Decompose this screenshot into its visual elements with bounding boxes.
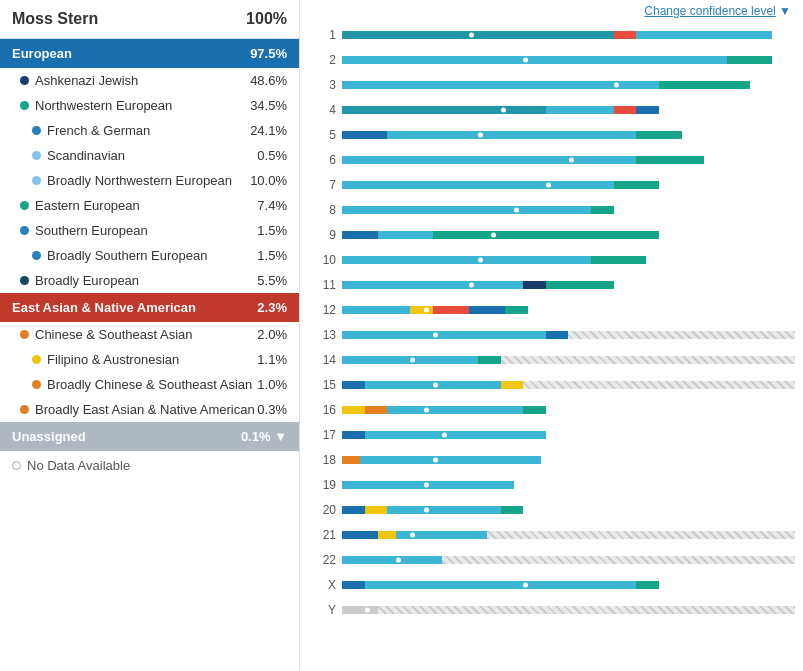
row-number: 4 (312, 103, 336, 117)
scandinavian-dot (32, 151, 41, 160)
bar-segment (636, 581, 659, 589)
bar-segment (342, 181, 614, 189)
french-german-pct: 24.1% (250, 123, 287, 138)
bar-segment (342, 231, 378, 239)
chart-row-12: 12 (312, 299, 795, 321)
bar-track (342, 481, 795, 489)
chinese-southeast-dot (20, 330, 29, 339)
bar-segment (636, 156, 704, 164)
european-pct: 97.5% (250, 46, 287, 61)
european-label: European (12, 46, 72, 61)
bar-segment (342, 131, 387, 139)
row-number: 12 (312, 303, 336, 317)
broadly-chinese-pct: 1.0% (257, 377, 287, 392)
no-data-dot (12, 461, 21, 470)
bar-segment (342, 31, 614, 39)
center-dot (424, 508, 429, 513)
unassigned-row[interactable]: Unassigned 0.1% ▼ (0, 422, 299, 451)
bar-segment (387, 131, 636, 139)
bar-track (342, 31, 795, 39)
bar-container (342, 78, 795, 92)
bar-segment (342, 381, 365, 389)
unassigned-label: Unassigned (12, 429, 86, 444)
bar-segment (546, 106, 614, 114)
bar-segment (614, 181, 659, 189)
bar-segment (636, 31, 772, 39)
east-asian-category[interactable]: East Asian & Native American 2.3% (0, 293, 299, 322)
center-dot (424, 308, 429, 313)
bar-segment (342, 606, 378, 614)
bar-container (342, 553, 795, 567)
row-number: 10 (312, 253, 336, 267)
row-number: 8 (312, 203, 336, 217)
bar-segment (591, 256, 645, 264)
bar-container (342, 103, 795, 117)
eastern-european-dot (20, 201, 29, 210)
european-category[interactable]: European 97.5% (0, 39, 299, 68)
unassigned-pct: 0.1% ▼ (241, 429, 287, 444)
row-number: 3 (312, 78, 336, 92)
bar-segment (659, 81, 750, 89)
northwestern-dot (20, 101, 29, 110)
chart-row-X: X (312, 574, 795, 596)
ashkenazi-label: Ashkenazi Jewish (35, 73, 138, 88)
confidence-link-text[interactable]: Change confidence level (644, 4, 775, 18)
bar-container (342, 253, 795, 267)
confidence-link[interactable]: Change confidence level ▼ (308, 0, 795, 24)
bar-segment (342, 81, 659, 89)
bar-track (342, 356, 795, 364)
bar-segment (387, 406, 523, 414)
bar-segment (433, 231, 660, 239)
row-number: 2 (312, 53, 336, 67)
bar-segment (546, 331, 569, 339)
scandinavian-pct: 0.5% (257, 148, 287, 163)
bar-container (342, 378, 795, 392)
broadly-european-pct: 5.5% (257, 273, 287, 288)
row-number: 11 (312, 278, 336, 292)
chart-row-13: 13 (312, 324, 795, 346)
bar-track (342, 431, 795, 439)
bar-track (342, 381, 795, 389)
east-asian-label: East Asian & Native American (12, 300, 196, 315)
bar-container (342, 503, 795, 517)
bar-container (342, 478, 795, 492)
chromosome-chart: 12345678910111213141516171819202122XY (308, 24, 795, 621)
center-dot (433, 383, 438, 388)
filipino-pct: 1.1% (257, 352, 287, 367)
broadly-southern-row: Broadly Southern European 1.5% (0, 243, 299, 268)
bar-segment (501, 506, 524, 514)
chart-row-1: 1 (312, 24, 795, 46)
no-data-row: No Data Available (0, 451, 299, 480)
row-number: 19 (312, 478, 336, 492)
broadly-european-label: Broadly European (35, 273, 139, 288)
bar-track (342, 606, 795, 614)
center-dot (523, 583, 528, 588)
center-dot (469, 33, 474, 38)
bar-track (342, 456, 795, 464)
row-number: 13 (312, 328, 336, 342)
bar-track (342, 531, 795, 539)
northwestern-label: Northwestern European (35, 98, 172, 113)
bar-track (342, 181, 795, 189)
bar-segment (523, 281, 546, 289)
person-header: Moss Stern 100% (0, 0, 299, 39)
bar-track (342, 131, 795, 139)
row-number: 7 (312, 178, 336, 192)
chart-row-22: 22 (312, 549, 795, 571)
broadly-east-asian-dot (20, 405, 29, 414)
ancestry-panel: Moss Stern 100% European 97.5% Ashkenazi… (0, 0, 300, 671)
chart-row-16: 16 (312, 399, 795, 421)
bar-track (342, 206, 795, 214)
center-dot (442, 433, 447, 438)
ashkenazi-pct: 48.6% (250, 73, 287, 88)
row-number: 14 (312, 353, 336, 367)
center-dot (614, 83, 619, 88)
bar-container (342, 603, 795, 617)
southern-european-pct: 1.5% (257, 223, 287, 238)
center-dot (478, 258, 483, 263)
chart-row-18: 18 (312, 449, 795, 471)
eastern-european-row: Eastern European 7.4% (0, 193, 299, 218)
chart-row-8: 8 (312, 199, 795, 221)
scandinavian-row: Scandinavian 0.5% (0, 143, 299, 168)
bar-segment (365, 581, 637, 589)
